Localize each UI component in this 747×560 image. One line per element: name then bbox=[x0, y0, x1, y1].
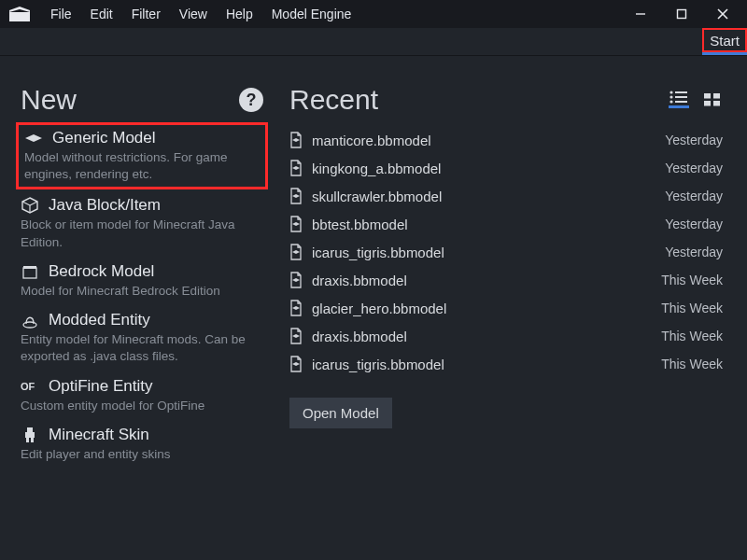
new-item-title: Generic Model bbox=[52, 129, 156, 147]
grid-view-button[interactable] bbox=[702, 91, 723, 108]
svg-rect-27 bbox=[713, 101, 720, 106]
svg-rect-14 bbox=[27, 427, 33, 432]
menu-view[interactable]: View bbox=[170, 3, 217, 25]
recent-list: manticore.bbmodel Yesterday kingkong_a.b… bbox=[289, 129, 723, 375]
svg-marker-32 bbox=[292, 250, 300, 254]
recent-file[interactable]: kingkong_a.bbmodel Yesterday bbox=[289, 157, 723, 179]
file-icon bbox=[289, 216, 304, 232]
java-block-icon bbox=[21, 197, 39, 214]
new-item-desc: Model for Minecraft Bedrock Edition bbox=[21, 283, 263, 300]
svg-point-22 bbox=[669, 100, 672, 103]
new-item-java-block[interactable]: Java Block/Item Block or item model for … bbox=[21, 196, 263, 250]
recent-section: Recent bbox=[280, 84, 747, 560]
svg-point-12 bbox=[23, 322, 36, 328]
skin-icon bbox=[21, 427, 39, 443]
recent-file[interactable]: draxis.bbmodel This Week bbox=[289, 269, 723, 291]
menu-help[interactable]: Help bbox=[217, 3, 262, 25]
new-item-title: Minecraft Skin bbox=[49, 426, 149, 444]
svg-text:OF: OF bbox=[21, 381, 35, 392]
tab-strip: Start bbox=[0, 28, 747, 56]
svg-marker-33 bbox=[292, 278, 300, 282]
recent-file[interactable]: skullcrawler.bbmodel Yesterday bbox=[289, 185, 723, 207]
file-icon bbox=[289, 244, 304, 260]
recent-file-name: skullcrawler.bbmodel bbox=[312, 189, 442, 204]
svg-rect-16 bbox=[26, 438, 29, 442]
app-logo-icon bbox=[7, 5, 32, 23]
new-item-desc: Model without restrictions. For game eng… bbox=[24, 149, 260, 183]
recent-file-name: kingkong_a.bbmodel bbox=[312, 161, 441, 176]
open-model-button[interactable]: Open Model bbox=[289, 398, 392, 428]
recent-file[interactable]: bbtest.bbmodel Yesterday bbox=[289, 213, 723, 235]
modded-entity-icon bbox=[21, 312, 39, 329]
new-item-title: OptiFine Entity bbox=[49, 377, 153, 396]
minimize-button[interactable] bbox=[620, 0, 661, 28]
svg-rect-21 bbox=[675, 96, 687, 98]
new-heading: New bbox=[21, 84, 77, 116]
recent-heading: Recent bbox=[289, 84, 378, 116]
menu-bar: File Edit Filter View Help Model Engine bbox=[41, 3, 360, 25]
svg-rect-26 bbox=[704, 101, 711, 106]
new-item-desc: Custom entity model for OptiFine bbox=[21, 398, 263, 414]
new-item-generic-model[interactable]: Generic Model Model without restrictions… bbox=[21, 127, 263, 185]
view-toggle bbox=[669, 91, 723, 108]
help-icon[interactable]: ? bbox=[239, 88, 263, 112]
svg-marker-31 bbox=[292, 222, 300, 226]
title-bar: File Edit Filter View Help Model Engine bbox=[0, 0, 747, 28]
recent-file-time: Yesterday bbox=[665, 245, 723, 259]
new-item-bedrock-model[interactable]: Bedrock Model Model for Minecraft Bedroc… bbox=[21, 262, 263, 300]
svg-rect-17 bbox=[31, 438, 34, 442]
new-item-title: Java Block/Item bbox=[49, 196, 161, 215]
recent-file-time: Yesterday bbox=[665, 161, 723, 175]
recent-file[interactable]: manticore.bbmodel Yesterday bbox=[289, 129, 723, 151]
new-item-title: Bedrock Model bbox=[49, 262, 154, 281]
svg-rect-19 bbox=[675, 91, 687, 93]
optifine-icon: OF bbox=[21, 378, 39, 395]
maximize-button[interactable] bbox=[661, 0, 702, 28]
svg-rect-0 bbox=[9, 12, 30, 21]
new-item-desc: Edit player and entity skins bbox=[21, 446, 263, 463]
new-item-minecraft-skin[interactable]: Minecraft Skin Edit player and entity sk… bbox=[21, 426, 263, 463]
list-view-button[interactable] bbox=[669, 91, 689, 108]
recent-file-time: This Week bbox=[661, 301, 723, 315]
menu-file[interactable]: File bbox=[41, 3, 81, 25]
recent-file-time: Yesterday bbox=[665, 217, 723, 231]
svg-marker-34 bbox=[292, 306, 300, 310]
file-icon bbox=[289, 132, 304, 148]
svg-marker-5 bbox=[25, 134, 42, 142]
new-item-desc: Entity model for Minecraft mods. Can be … bbox=[21, 331, 263, 365]
recent-file-time: This Week bbox=[661, 273, 723, 287]
recent-file-time: This Week bbox=[661, 357, 723, 371]
menu-model-engine[interactable]: Model Engine bbox=[262, 3, 361, 25]
recent-file[interactable]: draxis.bbmodel This Week bbox=[289, 325, 723, 347]
menu-edit[interactable]: Edit bbox=[81, 3, 122, 25]
generic-model-icon bbox=[24, 130, 43, 147]
tab-start[interactable]: Start bbox=[702, 28, 747, 55]
new-item-desc: Block or item model for Minecraft Java E… bbox=[21, 217, 263, 250]
new-section: New ? Generic Model Model without restri… bbox=[0, 84, 280, 560]
recent-file[interactable]: icarus_tigris.bbmodel Yesterday bbox=[289, 241, 723, 263]
bedrock-icon bbox=[21, 263, 39, 280]
start-page: New ? Generic Model Model without restri… bbox=[0, 56, 747, 560]
new-item-modded-entity[interactable]: Modded Entity Entity model for Minecraft… bbox=[21, 311, 263, 365]
svg-rect-25 bbox=[713, 93, 720, 99]
file-icon bbox=[289, 272, 304, 288]
menu-filter[interactable]: Filter bbox=[122, 3, 170, 25]
recent-file-name: manticore.bbmodel bbox=[312, 133, 431, 148]
svg-line-8 bbox=[30, 202, 37, 205]
file-icon bbox=[289, 328, 304, 344]
svg-rect-24 bbox=[704, 93, 711, 99]
recent-file-time: This Week bbox=[661, 329, 723, 343]
new-item-optifine-entity[interactable]: OF OptiFine Entity Custom entity model f… bbox=[21, 377, 263, 414]
recent-file-name: icarus_tigris.bbmodel bbox=[312, 357, 444, 372]
svg-marker-29 bbox=[292, 166, 300, 170]
svg-rect-11 bbox=[23, 266, 36, 269]
window-controls bbox=[620, 0, 743, 28]
svg-marker-30 bbox=[292, 194, 300, 198]
svg-rect-23 bbox=[675, 101, 687, 103]
recent-file[interactable]: icarus_tigris.bbmodel This Week bbox=[289, 353, 723, 375]
recent-file[interactable]: glacier_hero.bbmodel This Week bbox=[289, 297, 723, 319]
recent-file-time: Yesterday bbox=[665, 133, 723, 147]
svg-rect-15 bbox=[25, 432, 35, 438]
close-button[interactable] bbox=[702, 0, 743, 28]
svg-marker-35 bbox=[292, 334, 300, 338]
